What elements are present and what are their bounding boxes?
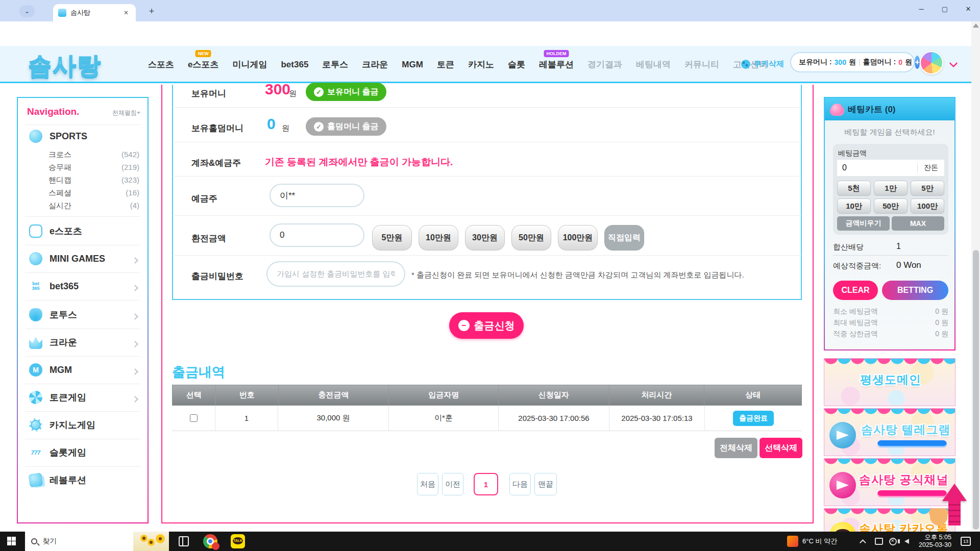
windows-start-button[interactable] <box>7 537 16 545</box>
nav-slot[interactable]: 슬롯 <box>508 59 525 70</box>
cart-preset-10000[interactable]: 1만 <box>874 181 908 196</box>
cart-preset-100000[interactable]: 10만 <box>837 198 871 214</box>
tray-display-icon[interactable] <box>875 532 883 551</box>
nav-mgm[interactable]: MGM <box>402 60 423 70</box>
pagination-prev[interactable]: 이전 <box>442 473 463 495</box>
user-avatar[interactable] <box>920 51 943 74</box>
preset-100k-button[interactable]: 10만원 <box>419 225 458 251</box>
cart-preset-500000[interactable]: 50만 <box>874 198 908 214</box>
site-logo[interactable]: 솜사탕 <box>28 50 102 82</box>
nav-esports[interactable]: NEWe스포츠 <box>188 59 218 70</box>
preset-50k-button[interactable]: 5만원 <box>372 225 412 251</box>
tray-overflow-chevron-icon[interactable] <box>862 532 866 551</box>
preset-500k-button[interactable]: 50만원 <box>511 225 551 251</box>
task-view-icon[interactable] <box>177 534 191 548</box>
tray-speaker-icon[interactable] <box>904 532 909 551</box>
amount-input[interactable] <box>270 223 364 247</box>
sidebar-item-crown[interactable]: 크라운 <box>29 336 77 349</box>
withdraw-submit-button[interactable]: − 출금신청 <box>449 312 524 339</box>
cart-betting-button[interactable]: BETTING <box>882 281 948 300</box>
clear-amount-button[interactable]: 금액비우기 <box>837 216 890 231</box>
sidebar-item-casinogame[interactable]: 카지노게임 <box>29 418 95 432</box>
sidebar-item-tokengame[interactable]: 토큰게임 <box>29 391 86 404</box>
window-minimize-button[interactable]: ─ <box>910 0 933 18</box>
balance-pill: 보유머니 : 300 원 | 홀덤머니 : 0 원 + <box>790 52 915 72</box>
nav-bet-history[interactable]: 베팅내역 <box>636 59 671 70</box>
cart-preset-1000000[interactable]: 100만 <box>911 198 944 214</box>
sidebar-item-live[interactable]: 실시간(4) <box>48 201 139 211</box>
pagination-page-1[interactable]: 1 <box>474 473 498 495</box>
nav-token[interactable]: 토큰 <box>437 59 454 70</box>
banner-official-channel[interactable]: 솜사탕 공식채널 <box>824 458 955 506</box>
row-checkbox[interactable] <box>190 414 198 422</box>
bet-amount-value: 0 <box>837 163 917 172</box>
sidebar-item-esports[interactable]: e스포츠 <box>29 224 82 238</box>
preset-1m-button[interactable]: 100만원 <box>558 225 598 251</box>
change-button[interactable]: 잔돈 <box>918 163 944 172</box>
taskbar-clock[interactable]: 오후 5:05 2025-03-30 <box>919 532 951 551</box>
withdraw-holdem-button[interactable]: ✓ 홀덤머니 출금 <box>306 117 386 136</box>
sidebar-item-special[interactable]: 스페셜(16) <box>48 188 139 198</box>
pagination-last[interactable]: 맨끝 <box>534 473 557 495</box>
scrollbar-thumb[interactable] <box>973 250 979 530</box>
add-money-button[interactable]: + <box>915 56 920 69</box>
profile-chevron-down-icon[interactable] <box>949 59 958 68</box>
window-close-button[interactable]: ✕ <box>957 0 980 18</box>
nav-casino[interactable]: 카지노 <box>468 59 494 70</box>
nav-revolution[interactable]: HOLDEM레볼루션 <box>539 59 574 70</box>
tab-search-icon[interactable]: ⌄ <box>19 5 35 17</box>
nav-community[interactable]: 커뮤니티 <box>684 59 719 70</box>
nav-sports[interactable]: 스포츠 <box>148 59 174 70</box>
nav-bet365[interactable]: bet365 <box>281 60 308 70</box>
max-amount-button[interactable]: MAX <box>892 216 944 231</box>
cart-preset-50000[interactable]: 5만 <box>911 181 944 196</box>
sidebar-item-bet365[interactable]: bet 365 bet365 <box>29 280 79 293</box>
expand-all-button[interactable]: 전체펼침+ <box>112 109 140 117</box>
delete-all-button[interactable]: 전체삭제 <box>715 438 757 458</box>
window-maximize-button[interactable]: ▢ <box>933 0 957 18</box>
sidebar-item-wdl[interactable]: 승무패(219) <box>48 163 139 172</box>
sidebar-item-lotus[interactable]: 로투스 <box>29 308 77 321</box>
scroll-to-top-arrow-stem[interactable] <box>948 500 961 525</box>
pagination-first[interactable]: 처음 <box>417 473 438 495</box>
withdraw-password-input[interactable] <box>266 261 405 287</box>
scrollbar-up-arrow[interactable] <box>973 23 979 28</box>
chrome-taskbar-icon[interactable] <box>203 534 217 548</box>
taskbar-weather[interactable]: 6°C 비 약간 <box>787 532 837 551</box>
amount-row-label: 환전금액 <box>191 233 226 244</box>
sidebar-item-mgm[interactable]: M MGM <box>29 363 72 377</box>
new-tab-button[interactable]: + <box>145 5 158 18</box>
banner-telegram[interactable]: 솜사탕 텔레그램 <box>824 408 955 456</box>
nav-results[interactable]: 경기결과 <box>587 59 622 70</box>
nav-lotus[interactable]: 로투스 <box>322 59 348 70</box>
owner-input[interactable] <box>270 184 364 207</box>
bet-amount-input[interactable]: 0 잔돈 <box>837 160 944 176</box>
nav-crown[interactable]: 크라운 <box>362 59 388 70</box>
taskbar-search[interactable]: 찾기 <box>25 532 169 551</box>
sidebar-item-revolution[interactable]: 레볼루션 <box>29 473 86 487</box>
browser-tab[interactable]: 솜사탕 ✕ <box>53 4 136 21</box>
win-cap-label: 적중 상한금액 <box>833 330 878 339</box>
tray-circle-x-icon[interactable] <box>889 532 897 551</box>
sidebar-item-minigames[interactable]: MINI GAMES <box>29 252 105 265</box>
delete-selected-button[interactable]: 선택삭제 <box>760 438 802 458</box>
scroll-to-top-arrow[interactable] <box>942 484 967 501</box>
kakaotalk-taskbar-icon[interactable]: TALK <box>231 534 245 548</box>
sidebar-item-cross[interactable]: 크로스(542) <box>48 150 139 160</box>
cart-preset-5000[interactable]: 5천 <box>837 181 871 196</box>
sidebar-item-sports[interactable]: SPORTS <box>29 130 87 143</box>
direct-input-button[interactable]: 직접입력 <box>604 225 644 251</box>
notification-center-icon[interactable]: 13 <box>961 532 971 551</box>
withdraw-money-button[interactable]: ✓ 보유머니 출금 <box>306 83 386 101</box>
slot-icon-text: 777 <box>31 450 40 456</box>
cart-clear-button[interactable]: CLEAR <box>833 281 878 300</box>
preset-300k-button[interactable]: 30만원 <box>465 225 505 251</box>
chevron-right-icon <box>132 396 138 403</box>
banner-domain[interactable]: 평생도메인 <box>824 358 955 406</box>
tab-close-icon[interactable]: ✕ <box>121 8 131 17</box>
sidebar-item-slotgame[interactable]: 777 슬롯게임 <box>29 446 86 459</box>
pagination-next[interactable]: 다음 <box>509 473 531 495</box>
sidebar-item-handicap[interactable]: 핸디캡(323) <box>48 176 139 185</box>
nav-minigame[interactable]: 미니게임 <box>232 59 267 70</box>
cookie-clear-button[interactable]: 쿠키삭제 <box>741 59 784 69</box>
